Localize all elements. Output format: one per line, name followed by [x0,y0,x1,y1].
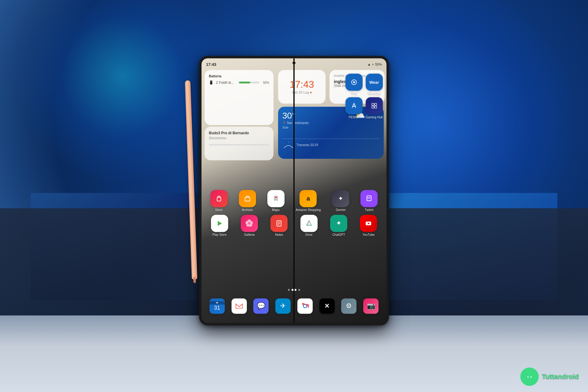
wearable-icon: Wear [366,74,383,91]
svg-marker-14 [218,221,222,226]
app-penup[interactable]: PENUP [345,97,363,119]
battery-widget-title: Batteria [209,74,269,78]
svg-point-2 [353,81,355,83]
buds-name: Buds3 Pro di Bernardo [209,131,269,135]
sunset-icon [282,141,295,149]
galleria-icon: 🌸 [241,215,258,232]
status-time: 17:43 [206,62,216,67]
buds-status: Disconnesso [209,136,269,140]
s-pen-tip [193,277,196,283]
app-archivio[interactable]: Archivio [239,190,256,212]
app-chatgpt[interactable]: ✦ ChatGPT [330,215,347,236]
discord-icon: 💬 [253,298,269,314]
app-wearable[interactable]: Wear Wearable [366,74,383,95]
phone-screen: 17:43 ▲ + 55% Batteria 📱 Z Fold6 di... [202,58,386,323]
app-find[interactable]: Find [345,74,363,95]
chatgpt-label: ChatGPT [332,233,345,236]
archivio-icon [239,190,256,207]
svg-rect-4 [375,103,377,105]
app-notes[interactable]: Notes [270,215,288,236]
svg-point-10 [275,196,277,198]
wearable-label: Wearable [368,92,381,95]
dock-calendar[interactable]: M 31 [209,298,225,314]
status-icons: ▲ + 55% [368,62,382,66]
tuttandroid-logo: Tuttandroid [520,368,579,386]
clock-widget[interactable]: 17:43 Sab 20 Lug ● [278,70,326,104]
maps-icon [267,190,285,207]
svg-point-25 [304,305,306,307]
battery-widget[interactable]: Batteria 📱 Z Fold6 di... 55% [205,70,273,125]
youtube-icon [360,215,377,232]
dock-telegram[interactable]: ✈ [275,298,291,314]
app-maps[interactable]: Maps [267,190,285,212]
svg-rect-6 [375,106,377,108]
dock-settings[interactable]: ⚙ [341,298,356,314]
weather-location: 📍 San Ferdinando [282,121,379,125]
battery-device-row: 📱 Z Fold6 di... 55% [209,80,269,85]
gaming-hub-icon [366,97,383,114]
playstore-label: Play Store [213,233,227,236]
dock-discord[interactable]: 💬 [253,298,269,314]
svg-rect-5 [372,106,374,108]
wifi-icon: ▲ [368,62,371,66]
signal-icon: + [372,62,374,66]
gmail-icon [232,298,247,314]
svg-rect-7 [217,197,221,201]
dock-gmail[interactable] [232,298,247,314]
right-app-icons: Find Wear Wearable PENUP [345,74,383,119]
sunset-time: Tramonto 20:29 [296,143,318,147]
app-gemini[interactable]: ✦ Gemini [332,190,349,212]
settings-icon: ⚙ [341,298,356,314]
youtube-label: YouTube [363,233,375,236]
phone-frame: 17:43 ▲ + 55% Batteria 📱 Z Fold6 di... [199,56,389,325]
svg-point-27 [527,376,529,378]
x-icon: ✕ [319,298,335,314]
android-robot-icon [523,371,536,383]
app-twitch[interactable]: Twitch [360,190,378,212]
chatgpt-icon: ✦ [330,215,347,232]
app-youtube[interactable]: YouTube [360,215,377,236]
penup-icon [345,97,363,114]
svg-marker-19 [307,221,311,225]
app-store[interactable]: Store [210,190,228,212]
right-icons-row2: PENUP Gaming Hub [345,97,383,119]
svg-point-31 [526,371,527,373]
gemini-label: Gemini [336,208,346,212]
drive-label: Drive [305,233,312,236]
buds-battery-bar [209,144,269,145]
app-playstore[interactable]: Play Store [211,215,228,236]
battery-bar-fill [239,81,250,83]
playstore-icon [211,215,228,232]
battery-percentage: 55% [263,81,269,84]
maps-label: Maps [272,208,279,212]
svg-rect-8 [245,197,250,201]
battery-icon: 55% [375,62,382,66]
svg-rect-3 [372,103,374,105]
archivio-label: Archivio [242,208,253,212]
store-label: Store [215,208,223,212]
find-icon [345,74,363,91]
calendar-icon: M 31 [209,298,225,314]
app-amazon[interactable]: a Amazon Shopping [296,190,321,212]
page-dot-3 [298,289,300,291]
clock-date: Sab 20 Lug ● [292,90,312,94]
android-logo-icon [520,368,539,386]
chrome-icon [297,298,313,314]
dock-x[interactable]: ✕ [319,298,335,314]
svg-rect-11 [367,196,371,201]
phone-hinge [293,58,295,323]
page-dot-1 [288,289,290,291]
front-camera [292,61,296,64]
dock-camera[interactable]: 📷 [363,298,379,314]
app-gaming-hub[interactable]: Gaming Hub [366,97,383,119]
store-icon [210,190,228,207]
drive-icon [300,215,318,232]
camera-icon: 📷 [363,298,379,314]
find-label: Find [351,92,357,95]
buds-widget[interactable]: Buds3 Pro di Bernardo Disconnesso [205,126,273,160]
battery-bar-container [239,81,259,83]
app-drive[interactable]: Drive [300,215,318,236]
amazon-icon: a [300,190,317,207]
app-galleria[interactable]: 🌸 Galleria [241,215,258,236]
dock-chrome[interactable] [297,298,313,314]
